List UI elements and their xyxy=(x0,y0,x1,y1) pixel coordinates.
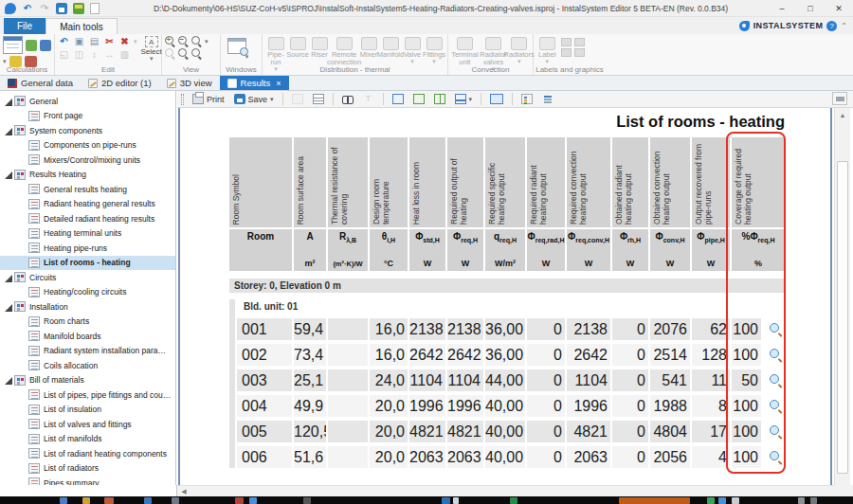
taskbar-app-icon[interactable] xyxy=(810,497,817,504)
expand-arrow-icon[interactable] xyxy=(4,98,11,105)
horizontal-scrollbar[interactable]: ◀ ▶ xyxy=(177,485,853,496)
export-icon[interactable] xyxy=(73,3,84,14)
sidebar-item-front-page[interactable]: Front page xyxy=(0,109,175,124)
taskbar-app-icon[interactable] xyxy=(453,497,459,504)
list-detail-button[interactable] xyxy=(539,93,556,105)
sidebar-item-heating-cooling-circuits[interactable]: Heating/cooling circuits xyxy=(0,285,175,300)
heating-calculation-icon[interactable] xyxy=(26,40,37,51)
sidebar-item-general[interactable]: General xyxy=(0,94,175,109)
sidebar-item-list-of-rooms-heating[interactable]: List of rooms - heating xyxy=(0,256,175,271)
vertical-scrollbar[interactable]: ▲ xyxy=(834,108,850,485)
zoom-detail-icon[interactable] xyxy=(770,425,783,439)
scroll-left-icon[interactable]: ◀ xyxy=(177,486,191,496)
sidebar-item-list-of-insulation[interactable]: List of insulation xyxy=(0,403,175,418)
view-split-button[interactable] xyxy=(431,93,448,105)
select-caret-icon[interactable]: ▾ xyxy=(150,56,154,62)
sidebar-item-list-of-radiant-heating-components[interactable]: List of radiant heating components xyxy=(0,446,175,461)
new-file-icon[interactable] xyxy=(90,3,100,14)
zoom-detail-icon[interactable] xyxy=(770,451,783,464)
help-icon[interactable]: ? xyxy=(826,21,837,31)
windows-caret-icon[interactable]: ▾ xyxy=(235,54,259,60)
paste-icon[interactable]: ▤ xyxy=(88,36,100,47)
sidebar-item-components-on-pipe-runs[interactable]: Components on pipe-runs xyxy=(0,138,175,153)
taskbar-app-icon[interactable] xyxy=(718,497,726,504)
zoom-window-icon[interactable] xyxy=(191,36,202,46)
copy-icon[interactable]: ▣ xyxy=(73,36,85,47)
close-button[interactable]: ✕ xyxy=(825,0,853,17)
minimize-button[interactable]: – xyxy=(768,0,796,17)
expand-arrow-icon[interactable] xyxy=(4,376,11,384)
taskbar-app-icon[interactable] xyxy=(442,497,450,504)
main-tools-tab[interactable]: Main tools xyxy=(45,18,118,34)
taskbar-app-icon[interactable] xyxy=(82,497,90,504)
taskbar-app-icon[interactable] xyxy=(104,497,114,504)
delete-icon[interactable]: ✖ xyxy=(118,36,131,47)
zoom-detail-icon[interactable] xyxy=(770,349,783,362)
expand-arrow-icon[interactable] xyxy=(4,127,11,135)
tab-3d-view[interactable]: 3D view xyxy=(159,76,220,90)
sidebar-item-bill-of-materials[interactable]: Bill of materials xyxy=(0,373,175,388)
view-green-button[interactable] xyxy=(410,93,427,105)
tab-close-icon[interactable]: × xyxy=(276,79,281,88)
calculations-caret-icon[interactable]: ▾ xyxy=(3,59,7,64)
taskbar-app-icon[interactable] xyxy=(235,497,244,504)
select-button[interactable]: A Select ▾ xyxy=(141,36,162,62)
zoom-out-icon[interactable]: − xyxy=(178,36,189,46)
sidebar-item-circuits[interactable]: Circuits xyxy=(0,270,175,285)
toolbar-grip[interactable] xyxy=(181,94,184,105)
view-single-button[interactable] xyxy=(390,93,407,105)
expand-arrow-icon[interactable] xyxy=(4,171,11,178)
print-button[interactable]: Print xyxy=(190,93,227,105)
scroll-up-icon[interactable]: ▲ xyxy=(835,108,850,122)
sidebar-item-room-charts[interactable]: Room charts xyxy=(0,315,175,330)
maximize-button[interactable]: □ xyxy=(796,0,825,17)
fit-page-button[interactable] xyxy=(487,93,506,105)
zoom-detail-icon[interactable] xyxy=(770,374,783,387)
undo-icon[interactable]: ↶ xyxy=(58,36,70,47)
app-logo-icon[interactable] xyxy=(5,3,16,14)
zoom-selection-icon[interactable] xyxy=(191,48,202,59)
taskbar-app-icon[interactable] xyxy=(172,497,179,504)
calculations-button[interactable] xyxy=(3,36,23,54)
sidebar-item-results-heating[interactable]: Results Heating xyxy=(0,168,175,183)
file-tab[interactable]: File xyxy=(4,18,45,34)
redo-icon[interactable]: ↷ xyxy=(39,3,50,14)
sidebar-item-coils-allocation[interactable]: Coils allocation xyxy=(0,358,175,373)
taskbar-app-icon[interactable] xyxy=(249,497,257,504)
zoom-all-icon[interactable] xyxy=(178,48,189,59)
list-colored-button[interactable] xyxy=(518,93,535,105)
save-button[interactable]: Save ▾ xyxy=(231,93,277,105)
undo-icon[interactable]: ↶ xyxy=(22,3,33,14)
taskbar-app-icon[interactable] xyxy=(707,497,715,504)
expand-arrow-icon[interactable] xyxy=(4,274,11,281)
table-settings-button[interactable] xyxy=(310,93,327,105)
taskbar-app-icon[interactable] xyxy=(732,497,739,504)
sidebar-item-list-of-valves-and-fittings[interactable]: List of valves and fittings xyxy=(0,417,175,432)
sidebar-item-mixers-control-mixing-units[interactable]: Mixers/Control/mixing units xyxy=(0,153,175,168)
vertical-scrollbar-thumb[interactable] xyxy=(837,161,848,474)
sidebar-item-heating-terminal-units[interactable]: Heating terminal units xyxy=(0,226,175,242)
taskbar-app-icon[interactable] xyxy=(510,497,517,504)
cooling-calculation-icon[interactable] xyxy=(40,40,51,51)
taskbar-app-icon[interactable] xyxy=(144,497,152,504)
sidebar-item-pipes-summary[interactable]: Pipes summary xyxy=(0,476,175,485)
view-grid-button[interactable]: ▾ xyxy=(452,93,476,105)
taskbar-app-icon[interactable] xyxy=(303,497,311,504)
sidebar-item-list-of-manifolds[interactable]: List of manifolds xyxy=(0,432,175,447)
taskbar-app-icon[interactable] xyxy=(619,497,690,504)
sidebar-item-manifold-boards[interactable]: Manifold boards xyxy=(0,329,175,344)
save-icon[interactable] xyxy=(56,3,67,14)
sidebar-item-heating-pipe-runs[interactable]: Heating pipe-runs xyxy=(0,241,175,256)
taskbar-app-icon[interactable] xyxy=(798,497,805,504)
sidebar-item-detailed-radiant-heating-results[interactable]: Detailed radiant heating results xyxy=(0,211,175,226)
windows-preview-icon[interactable] xyxy=(227,38,246,54)
sidebar-item-list-of-pipes-pipe-fittings-and-couplings[interactable]: List of pipes, pipe fittings and couplin… xyxy=(0,387,175,403)
taskbar-app-icon[interactable] xyxy=(60,497,67,504)
zoom-detail-icon[interactable] xyxy=(770,400,783,413)
tab-results[interactable]: Results× xyxy=(220,76,289,90)
tab-2d-editor-1[interactable]: 2D editor (1) xyxy=(81,76,159,90)
zoom-in-icon[interactable]: + xyxy=(165,36,175,46)
sidebar-item-installation[interactable]: Installation xyxy=(0,299,175,315)
expand-arrow-icon[interactable] xyxy=(4,303,11,311)
tab-general-data[interactable]: General data xyxy=(0,76,81,90)
